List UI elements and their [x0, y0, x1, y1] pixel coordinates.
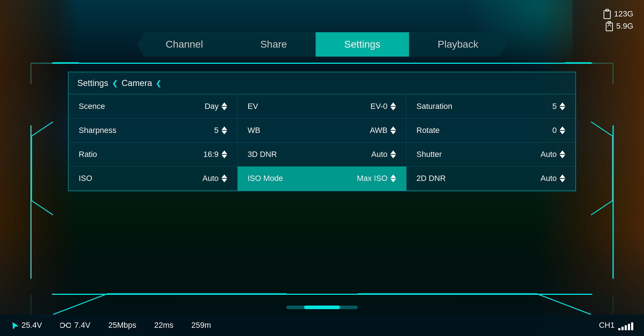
sharpness-down[interactable] [221, 131, 227, 134]
rotate-down[interactable] [560, 131, 565, 134]
ev-up[interactable] [390, 102, 396, 106]
spinner-ratio[interactable] [221, 150, 227, 158]
iso-up[interactable] [221, 174, 227, 178]
stat-bitrate: 25Mbps [108, 321, 136, 330]
tab-share[interactable]: Share [231, 32, 316, 57]
cell-rotate: Rotate 0 [406, 119, 575, 143]
settings-grid: Scence Day EV EV-0 Saturation [69, 94, 575, 191]
spinner-saturation[interactable] [560, 102, 565, 110]
spinner-iso[interactable] [221, 174, 227, 182]
2ddnr-up[interactable] [560, 174, 565, 178]
shutter-down[interactable] [560, 155, 565, 158]
spinner-wb[interactable] [390, 126, 396, 134]
scroll-indicator [286, 306, 358, 309]
shutter-up[interactable] [560, 150, 565, 154]
value-ev: EV-0 [366, 102, 387, 111]
rotate-value-container: 0 [535, 126, 565, 135]
breadcrumb-camera: Camera [122, 78, 152, 88]
cell-iso: ISO Auto [69, 167, 238, 191]
tab-settings[interactable]: Settings [316, 32, 409, 57]
value-wb: AWB [366, 126, 387, 135]
distance-value: 259m [191, 321, 211, 330]
sharpness-value-container: 5 [197, 126, 227, 135]
svg-rect-3 [608, 21, 611, 23]
wb-up[interactable] [390, 126, 396, 130]
breadcrumb: Settings ❮ Camera ❮ [69, 72, 575, 94]
label-iso-mode: ISO Mode [248, 174, 283, 183]
cell-sharpness: Sharpness 5 [69, 119, 238, 143]
scence-up[interactable] [221, 102, 227, 106]
value-iso-mode: Max ISO [357, 174, 387, 183]
signal-bar-3 [625, 325, 627, 330]
spinner-ev[interactable] [390, 102, 396, 110]
svg-marker-6 [11, 322, 18, 329]
storage1-status: 123G [603, 9, 633, 19]
label-shutter: Shutter [416, 150, 442, 159]
value-2ddnr: Auto [535, 174, 557, 183]
bitrate-value: 25Mbps [108, 321, 136, 330]
spinner-2ddnr[interactable] [560, 174, 565, 182]
saturation-down[interactable] [560, 107, 565, 110]
cell-wb: WB AWB [238, 119, 406, 143]
storage2-value: 5.9G [616, 21, 633, 31]
iso-mode-down[interactable] [390, 179, 396, 182]
svg-rect-2 [606, 23, 613, 31]
value-scence: Day [197, 102, 219, 111]
ratio-up[interactable] [221, 150, 227, 154]
label-rotate: Rotate [416, 126, 440, 135]
channel-badge: CH1 [599, 320, 633, 330]
sharpness-up[interactable] [221, 126, 227, 130]
scence-down[interactable] [221, 107, 227, 110]
scroll-indicator-inner [304, 306, 340, 309]
label-2ddnr: 2D DNR [416, 174, 446, 183]
rotate-up[interactable] [560, 126, 565, 130]
label-iso: ISO [79, 174, 92, 183]
3ddnr-value-container: Auto [366, 150, 396, 159]
value-saturation: 5 [535, 102, 557, 111]
scence-value-container: Day [197, 102, 227, 111]
svg-rect-7 [60, 323, 64, 327]
saturation-up[interactable] [560, 102, 565, 106]
svg-rect-1 [606, 9, 609, 11]
wb-down[interactable] [390, 131, 396, 134]
stat-voltage1: 25.4V [11, 321, 42, 330]
top-navigation: Channel Share Settings Playback [137, 32, 507, 57]
breadcrumb-settings: Settings [77, 78, 108, 88]
label-saturation: Saturation [416, 102, 452, 111]
label-ratio: Ratio [79, 150, 97, 159]
3ddnr-up[interactable] [390, 150, 396, 154]
storage2-status: 5.9G [605, 21, 633, 31]
svg-rect-8 [67, 323, 71, 327]
2ddnr-down[interactable] [560, 179, 565, 182]
goggles-icon [60, 322, 71, 328]
stat-voltage2: 7.4V [60, 321, 91, 330]
iso-down[interactable] [221, 179, 227, 182]
spinner-iso-mode[interactable] [390, 174, 396, 182]
label-scence: Scence [79, 102, 105, 111]
storage1-icon [603, 9, 611, 19]
signal-bars [618, 320, 633, 330]
spinner-3ddnr[interactable] [390, 150, 396, 158]
tab-playback[interactable]: Playback [409, 32, 507, 57]
tab-channel[interactable]: Channel [137, 32, 231, 57]
signal-bar-4 [628, 324, 630, 330]
ratio-down[interactable] [221, 155, 227, 158]
spinner-shutter[interactable] [560, 150, 565, 158]
spinner-scence[interactable] [221, 102, 227, 110]
spinner-sharpness[interactable] [221, 126, 227, 134]
storage1-value: 123G [614, 9, 633, 19]
svg-line-4 [608, 24, 609, 27]
ratio-value-container: 16:9 [197, 150, 227, 159]
ev-down[interactable] [390, 107, 396, 110]
spinner-rotate[interactable] [560, 126, 565, 134]
iso-mode-up[interactable] [390, 174, 396, 178]
breadcrumb-sep2: ❮ [156, 79, 162, 87]
saturation-value-container: 5 [535, 102, 565, 111]
3ddnr-down[interactable] [390, 155, 396, 158]
svg-rect-0 [604, 11, 610, 19]
shutter-value-container: Auto [535, 150, 565, 159]
navigation-icon [11, 322, 18, 329]
value-3ddnr: Auto [366, 150, 387, 159]
signal-bar-2 [621, 327, 624, 330]
ev-value-container: EV-0 [366, 102, 396, 111]
